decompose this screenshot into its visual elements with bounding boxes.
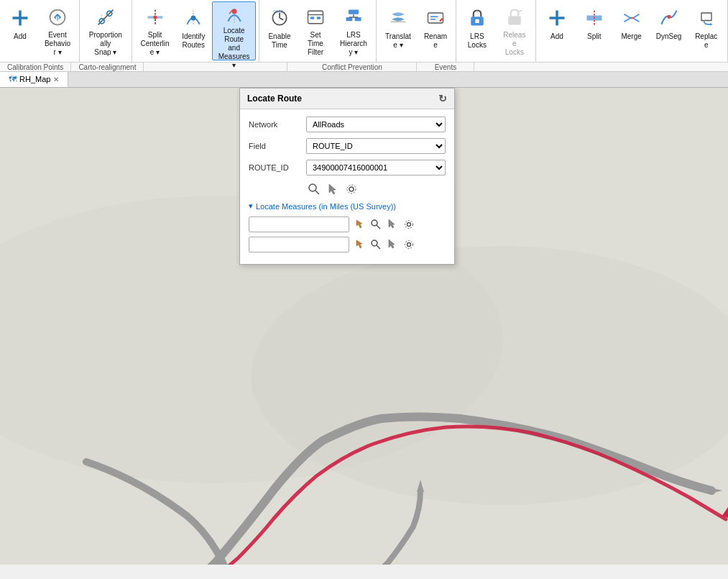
measure-icons-1 (352, 217, 416, 232)
svg-line-49 (315, 191, 319, 194)
lrs-hierarchy-label: LRSHierarchy ▾ (339, 31, 368, 57)
set-time-filter-label: Set TimeFilter (303, 31, 328, 57)
conflict-footer: Conflict Prevention (287, 63, 417, 71)
field-label: Field (249, 142, 306, 150)
carto-footer: Carto-realignment (71, 63, 144, 71)
svg-point-48 (309, 184, 316, 191)
settings-action-button[interactable] (344, 181, 359, 197)
set-time-filter-button[interactable]: Set TimeFilter (298, 1, 333, 60)
ribbon: Add B EventBehavior ▾ (0, 0, 728, 72)
svg-point-52 (372, 220, 377, 226)
svg-line-18 (280, 18, 283, 20)
release-locks-label: ReleaseLocks (502, 31, 527, 57)
dynseg-icon (656, 5, 682, 31)
routeid-label: ROUTE_ID (249, 163, 306, 172)
cursor-2-button[interactable] (385, 237, 400, 252)
release-locks-button[interactable]: ReleaseLocks (497, 1, 533, 60)
svg-text:B: B (55, 15, 60, 22)
settings-2-button[interactable] (402, 237, 416, 252)
merge-icon (619, 5, 645, 31)
edit-group: SplitCenterline ▾ IdentifyRoutes (132, 0, 259, 62)
translate-label: Translate ▾ (384, 32, 412, 50)
search-action-button[interactable] (306, 181, 322, 197)
field-select[interactable]: ROUTE_ID (306, 138, 446, 154)
tab-bar: 🗺 RH_Map ✕ (0, 72, 728, 88)
svg-text:00:00: 00:00 (273, 9, 282, 14)
enable-time-label: EnableTime (268, 32, 290, 50)
measure-input-1[interactable] (249, 216, 349, 232)
svg-rect-24 (349, 10, 359, 14)
locate-measures-label: Locate Measures (in Miles (US Survey)) (256, 202, 396, 211)
identify-routes-label: IdentifyRoutes (182, 32, 205, 50)
pin-2-button[interactable] (352, 237, 367, 252)
merge-button[interactable]: Merge (614, 1, 650, 60)
svg-point-56 (372, 240, 377, 246)
locate-panel-body: Network AllRoads Field ROUTE_ID ROUTE_ID… (240, 109, 454, 264)
svg-point-54 (407, 223, 411, 227)
svg-point-10 (153, 15, 157, 19)
split-event-button[interactable]: Split (576, 1, 612, 60)
split-centerline-button[interactable]: SplitCenterline ▾ (135, 1, 175, 60)
replace-button[interactable]: Replace (688, 1, 724, 60)
add-event-button[interactable]: Add (539, 1, 575, 60)
network-row: Network AllRoads (249, 117, 446, 132)
svg-rect-26 (355, 17, 361, 21)
release-locks-icon (502, 5, 527, 29)
measure-input-2[interactable] (249, 237, 349, 252)
locate-measures-toggle[interactable]: ▾ Locate Measures (in Miles (US Survey)) (249, 201, 446, 211)
search-2-button[interactable] (369, 237, 383, 252)
event-behavior-icon: B (45, 5, 70, 29)
event-behavior-button[interactable]: B EventBehavior ▾ (39, 1, 76, 60)
add-button[interactable]: Add (3, 1, 37, 60)
proportionally-snap-button[interactable]: ProportionallySnap ▾ (83, 1, 129, 60)
locate-route-icon (221, 5, 247, 25)
svg-rect-25 (346, 17, 353, 21)
svg-rect-20 (308, 11, 323, 24)
locate-route-label: Locate Routeand Measures ▾ (217, 27, 251, 70)
locate-panel-header: Locate Route ↻ (240, 88, 454, 109)
map-area[interactable]: Locate Route ↻ Network AllRoads Field RO… (0, 88, 728, 565)
search-1-button[interactable] (369, 217, 383, 232)
dynseg-button[interactable]: DynSeg (651, 1, 687, 60)
cursor-1-button[interactable] (385, 217, 400, 232)
pin-1-button[interactable] (352, 217, 367, 232)
calibration-points-footer: Calibration Points (0, 63, 71, 71)
identify-routes-icon (180, 5, 206, 31)
lrs-locks-button[interactable]: LRSLocks (459, 1, 495, 60)
snap-icon (93, 5, 119, 29)
refresh-button[interactable]: ↻ (438, 93, 447, 104)
translate-button[interactable]: Translate ▾ (379, 1, 417, 60)
locate-route-button[interactable]: Locate Routeand Measures ▾ (212, 1, 256, 60)
routeid-select[interactable]: 34900007416000001 (306, 160, 446, 175)
measure-icons-2 (352, 237, 416, 252)
identify-routes-button[interactable]: IdentifyRoutes (176, 1, 211, 60)
tab-close-button[interactable]: ✕ (53, 76, 59, 83)
time-group: 00:00 EnableTime Set TimeFilter (259, 0, 377, 62)
action-icons (249, 181, 446, 197)
replace-label: Replace (693, 32, 719, 50)
rename-button[interactable]: Rename (418, 1, 453, 60)
settings-1-button[interactable] (402, 217, 416, 232)
lrs-hierarchy-button[interactable]: LRSHierarchy ▾ (334, 1, 373, 60)
split-centerline-icon (142, 5, 168, 29)
svg-rect-1 (13, 17, 28, 19)
svg-point-41 (667, 15, 671, 19)
enable-time-button[interactable]: 00:00 EnableTime (262, 1, 297, 60)
events-footer: Events (417, 63, 474, 71)
svg-point-58 (407, 243, 411, 247)
svg-rect-35 (508, 16, 521, 24)
add-event-label: Add (550, 32, 563, 41)
split-event-icon (581, 5, 607, 31)
translate-icon (385, 5, 411, 31)
svg-rect-37 (549, 17, 564, 19)
edit-footer (144, 63, 287, 71)
split-event-label: Split (587, 32, 601, 41)
network-select[interactable]: AllRoads (306, 117, 446, 132)
cursor-action-button[interactable] (325, 181, 341, 197)
rh-map-tab[interactable]: 🗺 RH_Map ✕ (0, 72, 68, 87)
locate-panel-title: Locate Route (247, 94, 302, 104)
replace-icon (694, 5, 719, 31)
event-behavior-label: EventBehavior ▾ (44, 31, 71, 57)
ribbon-toolbar: Add B EventBehavior ▾ (0, 0, 728, 62)
network-label: Network (249, 120, 306, 129)
